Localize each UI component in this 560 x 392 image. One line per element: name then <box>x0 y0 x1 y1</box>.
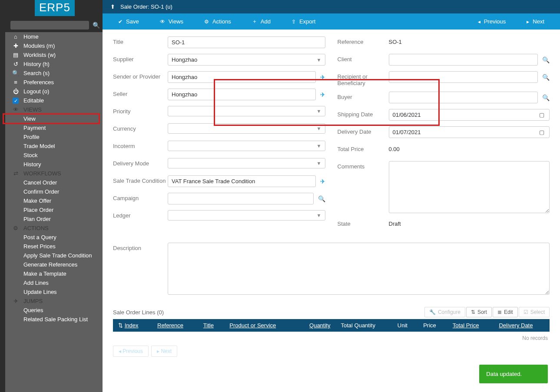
plane-icon[interactable]: ✈ <box>320 74 325 81</box>
deliverydate-label: Delivery Date <box>338 126 389 135</box>
priority-select[interactable]: ▼ <box>168 106 325 116</box>
search-icon[interactable]: 🔍 <box>93 22 100 29</box>
sub-apply-stc[interactable]: Apply Sale Trade Condition <box>5 251 103 260</box>
sub-queries[interactable]: Queries <box>5 306 103 315</box>
recipient-input[interactable] <box>389 71 538 83</box>
col-delivery-date[interactable]: Delivery Date <box>494 319 550 332</box>
nav-preferences[interactable]: ≡Preferences <box>5 78 103 87</box>
toast-notification: Data updated. <box>479 365 548 383</box>
search-icon[interactable]: 🔍 <box>542 94 550 101</box>
supplier-select[interactable]: Hongzhao▼ <box>168 54 325 66</box>
export-button[interactable]: ⇪Export <box>281 13 326 30</box>
nav-search[interactable]: 🔍Search (s) <box>5 69 103 78</box>
plane-icon[interactable]: ✈ <box>320 91 325 98</box>
sub-update-lines[interactable]: Update Lines <box>5 287 103 296</box>
pager-next-button[interactable]: ▸ Next <box>151 346 177 357</box>
sub-trade-model[interactable]: Trade Model <box>5 142 103 151</box>
sub-stock[interactable]: Stock <box>5 151 103 160</box>
sub-add-lines[interactable]: Add Lines <box>5 278 103 287</box>
title-input[interactable] <box>168 36 325 48</box>
save-button[interactable]: ✔Save <box>108 13 149 30</box>
add-button[interactable]: ＋Add <box>242 13 281 30</box>
search-icon[interactable]: 🔍 <box>542 56 550 63</box>
client-input[interactable] <box>389 54 538 66</box>
chevron-down-icon: ▼ <box>317 161 321 166</box>
sub-make-template[interactable]: Make a Template <box>5 269 103 278</box>
nav-history[interactable]: ↺History (h) <box>5 59 103 69</box>
previous-button[interactable]: ◂Previous <box>467 13 517 30</box>
checkbox-icon[interactable]: ✓ <box>13 98 19 104</box>
sort-icon: ⇅ <box>118 322 123 329</box>
nav-home[interactable]: ⌂Home <box>5 32 103 41</box>
chevron-down-icon: ▼ <box>317 126 321 131</box>
wrench-icon: 🔧 <box>429 309 436 315</box>
col-price: Price <box>418 319 447 332</box>
sub-reset-prices[interactable]: Reset Prices <box>5 242 103 251</box>
sub-place-order[interactable]: Place Order <box>5 205 103 214</box>
eye-icon: 👁 <box>11 106 20 113</box>
campaign-input[interactable] <box>168 193 314 204</box>
calendar-icon[interactable]: ▢ <box>539 129 544 135</box>
caret-left-icon: ◂ <box>478 19 480 25</box>
col-reference[interactable]: Reference <box>152 319 198 332</box>
stc-label: Sale Trade Condition <box>113 175 168 184</box>
deliverydate-input[interactable] <box>389 126 550 138</box>
edit-button[interactable]: ≣Edit <box>493 307 518 317</box>
views-button[interactable]: 👁Views <box>149 13 194 30</box>
pager-previous-button[interactable]: ◂ Previous <box>113 346 149 357</box>
sub-profile[interactable]: Profile <box>5 132 103 142</box>
sidebar-search-input[interactable] <box>10 21 89 30</box>
campaign-label: Campaign <box>113 193 168 201</box>
nav-worklists[interactable]: ▤Worklists (w) <box>5 50 103 59</box>
shippingdate-input[interactable] <box>389 109 550 121</box>
stc-input[interactable] <box>168 175 316 187</box>
sub-cancel-order[interactable]: Cancel Order <box>5 178 103 187</box>
sub-view[interactable]: View <box>5 114 103 123</box>
sub-make-offer[interactable]: Make Offer <box>5 196 103 205</box>
incoterm-select[interactable]: ▼ <box>168 141 325 151</box>
sort-button[interactable]: ⇅Sort <box>466 307 492 317</box>
sender-input[interactable] <box>168 71 316 83</box>
check-icon: ✔ <box>118 19 123 25</box>
title-label: Title <box>113 36 168 45</box>
search-icon[interactable]: 🔍 <box>542 74 550 81</box>
search-icon: 🔍 <box>11 70 20 76</box>
col-product[interactable]: Product or Service <box>224 319 296 332</box>
actions-button[interactable]: ⚙Actions <box>194 13 242 30</box>
sub-confirm-order[interactable]: Confirm Order <box>5 187 103 196</box>
sub-history[interactable]: History <box>5 160 103 169</box>
plane-icon[interactable]: ✈ <box>320 178 325 185</box>
history-icon: ↺ <box>11 61 20 67</box>
sub-post-query[interactable]: Post a Query <box>5 233 103 242</box>
col-quantity[interactable]: Quantity <box>296 319 335 332</box>
list-icon: ▤ <box>11 52 20 58</box>
search-icon[interactable]: 🔍 <box>318 195 325 202</box>
sub-plan-order[interactable]: Plan Order <box>5 214 103 224</box>
description-textarea[interactable] <box>168 243 550 295</box>
nav-editable[interactable]: ✓Editable <box>5 96 103 105</box>
buyer-label: Buyer <box>338 92 389 100</box>
col-index[interactable]: ⇅ Index <box>113 319 152 332</box>
seller-input[interactable] <box>168 89 316 100</box>
nav-label: Modules (m) <box>23 43 55 49</box>
chevron-down-icon: ▼ <box>317 213 321 218</box>
col-title[interactable]: Title <box>198 319 225 332</box>
nav-logout[interactable]: ⏻Logout (o) <box>5 87 103 96</box>
nav-label: History (h) <box>23 61 50 67</box>
sub-payment[interactable]: Payment <box>5 123 103 132</box>
calendar-icon[interactable]: ▢ <box>539 112 544 118</box>
comments-textarea[interactable] <box>389 161 550 213</box>
nav-label: Logout (o) <box>23 88 49 95</box>
next-button[interactable]: ▸Next <box>516 13 555 30</box>
sub-related-spl[interactable]: Related Sale Packing List <box>5 315 103 324</box>
up-arrow-icon[interactable]: ⬆ <box>110 3 115 10</box>
nav-label: Search (s) <box>23 70 50 76</box>
deliverymode-select[interactable]: ▼ <box>168 158 325 168</box>
caret-right-icon: ▸ <box>527 19 529 25</box>
currency-select[interactable]: ▼ <box>168 123 325 134</box>
col-total-price[interactable]: Total Price <box>447 319 494 332</box>
ledger-select[interactable]: ▼ <box>168 210 325 221</box>
sub-generate-references[interactable]: Generate References <box>5 260 103 269</box>
nav-modules[interactable]: ✚Modules (m) <box>5 41 103 50</box>
buyer-input[interactable] <box>389 92 538 103</box>
